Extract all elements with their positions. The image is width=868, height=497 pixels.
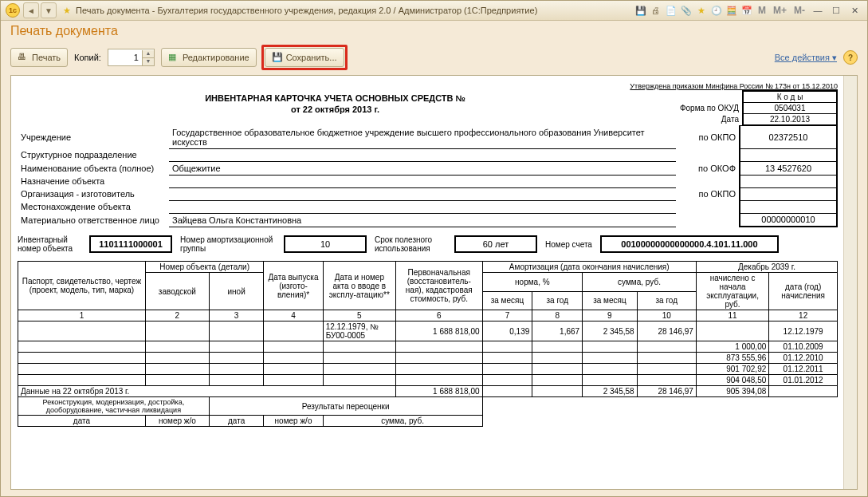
dept-label: Структурное подразделение [18,148,169,161]
edit-button[interactable]: ▦ Редактирование [161,48,257,67]
copies-spinner[interactable]: ▲▼ [108,49,155,66]
m-plus-button[interactable]: M+ [771,5,789,16]
okud-label: Форма по ОКУД [653,103,743,114]
org-value: Государственное образовательное бюджетно… [169,126,676,149]
all-actions-link[interactable]: Все действия ▾ [775,53,837,63]
clip-icon[interactable]: 📎 [680,4,693,17]
spin-up[interactable]: ▲ [143,50,154,57]
col-7: за месяц [482,291,532,310]
calc-icon[interactable]: 🧮 [725,4,738,17]
disk-icon: 💾 [272,52,283,63]
col-10: за год [637,291,696,310]
col-4: Дата выпуска (изгото-вления)* [264,262,323,310]
table-row: 904 048,5001.01.2012 [18,375,838,386]
manuf-value [169,187,676,200]
objfull-value: Общежитие [169,161,676,175]
print-icon[interactable]: 🖨 [650,4,662,17]
last-code: 00000000010 [740,213,837,227]
favorite-icon[interactable]: ★ [63,6,71,16]
copies-input[interactable] [108,50,142,65]
col-1: Паспорт, свидетельство, чертеж (проект, … [18,262,146,310]
save-label: Сохранить... [286,53,337,62]
col-12: дата (год) начисления [769,273,838,310]
life-label: Срок полезного использования [375,235,446,253]
maximize-button[interactable]: ☐ [828,4,844,17]
col-2a: заводской [145,273,209,310]
spin-down[interactable]: ▼ [143,57,154,65]
acct-value: 00100000000000000.4.101.11.000 [600,235,779,253]
document-area: Утверждена приказом Минфина России № 173… [10,75,858,490]
empty-code-2 [740,175,837,187]
col-amort: Амортизация (дата окончания начисления) [482,262,696,273]
purpose-label: Назначение объекта [18,175,169,187]
col-11: начислено с начала эксплуатации, руб. [696,273,768,310]
okof-value: 13 4527620 [740,161,837,175]
bottom-header: Реконструкция, модернизация, достройка, … [18,397,838,416]
print-button[interactable]: 🖶 Печать [10,48,68,67]
edit-icon: ▦ [168,52,179,63]
okof-label: по ОКОФ [676,161,740,175]
table-row: 873 555,9601.12.2010 [18,353,838,364]
table-row: 1 000,0001.10.2009 [18,341,838,353]
col-sum: сумма, руб. [583,273,697,292]
history-icon[interactable]: 🕘 [710,4,723,17]
app-icon: 1c [6,3,20,18]
okpo2-value [740,187,837,200]
amortgrp-label: Номер амортизационной группы [180,235,276,253]
inv-value: 1101111000001 [89,235,172,253]
close-button[interactable]: ✕ [846,4,862,17]
minimize-button[interactable]: — [810,4,826,17]
inventory-row: Инвентарный номер объекта 1101111000001 … [18,235,838,253]
manuf-label: Организация - изготовитель [18,187,169,200]
resp-value: Зайцева Ольга Константиновна [169,213,676,227]
help-button[interactable]: ? [843,50,858,65]
m-minus-button[interactable]: M- [791,5,807,16]
objfull-label: Наименование объекта (полное) [18,161,169,175]
table-row: 12.12.1979, № БУ00-0005 1 688 818,00 0,1… [18,321,838,341]
column-numbers: 123 456 789 101112 [18,310,838,321]
scrollbar[interactable] [843,76,857,489]
printer-icon: 🖶 [18,52,29,63]
col-5: Дата и номер акта о вводе в эксплу-атаци… [323,262,395,310]
col-period: Декабрь 2039 г. [696,262,837,273]
edit-label: Редактирование [183,53,249,62]
okpo-label: по ОКПО [676,126,740,149]
col-9: за месяц [583,291,638,310]
empty-code-3 [740,200,837,213]
calendar-icon[interactable]: 📅 [740,4,753,17]
page-title: Печать документа [1,21,867,41]
okpo-value: 02372510 [740,126,837,149]
titlebar: 1c ◄ ▼ ★ Печать документа - Бухгалтерия … [1,1,867,21]
back-button[interactable]: ◄ [23,2,39,18]
save-button[interactable]: 💾 Сохранить... [265,48,344,67]
resp-label: Материально ответственное лицо [18,213,169,227]
star-icon[interactable]: ★ [695,4,708,17]
col-6: Первоначальная (восстановитель-ная), кад… [396,262,483,310]
col-2b: иной [209,273,264,310]
doc-title: ИНВЕНТАРНАЯ КАРТОЧКА УЧЕТА ОСНОВНЫХ СРЕД… [18,93,653,103]
main-table: Паспорт, свидетельство, чертеж (проект, … [18,261,838,427]
amortgrp-value: 10 [284,235,367,253]
window-title: Печать документа - Бухгалтерия государст… [76,6,634,15]
loc-label: Местонахождение объекта [18,200,169,213]
m-button[interactable]: M [756,5,768,16]
copies-label: Копий: [74,53,101,62]
date-label: Дата [653,114,743,125]
doc-icon[interactable]: 📄 [665,4,678,17]
date-value: 22.10.2013 [743,114,837,125]
save-highlight: 💾 Сохранить... [261,45,348,70]
print-label: Печать [32,53,61,62]
table-row: 901 702,9201.12.2011 [18,364,838,375]
toolbar: 🖶 Печать Копий: ▲▼ ▦ Редактирование 💾 Со… [1,41,867,75]
acct-label: Номер счета [545,240,592,249]
life-value: 60 лет [454,235,537,253]
save-icon[interactable]: 💾 [634,4,647,17]
col-8: за год [532,291,583,310]
approval-line: Утверждена приказом Минфина России № 173… [18,82,838,90]
bottom-cols: дата номер ж/о дата номер ж/о сумма, руб… [18,416,838,427]
okud-value: 0504031 [743,103,837,114]
fwd-button[interactable]: ▼ [41,2,57,18]
org-label: Учреждение [18,126,169,149]
codes-header: К о д ы [743,91,837,103]
col-2: Номер объекта (детали) [145,262,263,273]
